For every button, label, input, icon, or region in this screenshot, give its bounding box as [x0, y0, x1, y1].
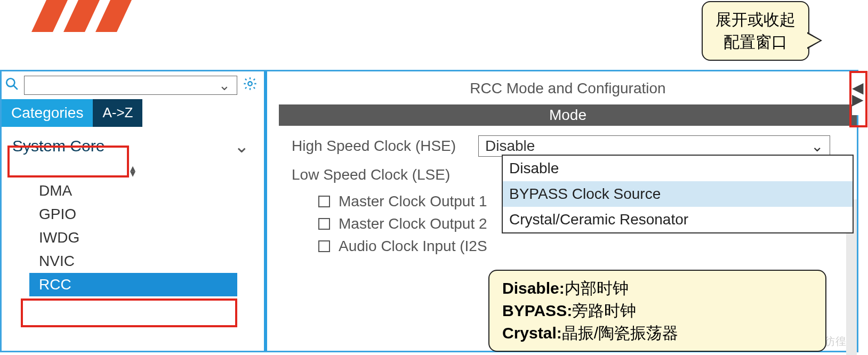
legend-key: Crystal: — [502, 324, 562, 342]
mode-section-header: Mode — [279, 104, 857, 126]
mco1-label: Master Clock Output 1 — [339, 193, 487, 210]
row-i2s[interactable]: Audio Clock Input (I2S — [318, 238, 851, 255]
header-decoration — [0, 0, 160, 27]
legend-val: 旁路时钟 — [572, 302, 636, 319]
checkbox-icon[interactable] — [318, 218, 330, 230]
category-name: System Core — [12, 137, 105, 155]
callout-line: 展开或收起 — [716, 9, 795, 31]
dropdown-option-bypass[interactable]: BYPASS Clock Source — [503, 181, 853, 207]
checkbox-icon[interactable] — [318, 240, 330, 252]
legend-row: Disable:内部时钟 — [502, 277, 813, 300]
sidebar-item-nvic[interactable]: NVIC — [39, 249, 264, 273]
tabs-row: Categories A->Z — [2, 99, 264, 127]
hse-dropdown-list: Disable BYPASS Clock Source Crystal/Cera… — [502, 155, 854, 233]
sort-down-icon: ▾ — [2, 171, 264, 176]
search-icon[interactable] — [5, 76, 19, 94]
svg-line-1 — [13, 85, 18, 90]
legend-val: 晶振/陶瓷振荡器 — [562, 324, 678, 342]
sidebar-item-rcc[interactable]: RCC — [29, 273, 237, 296]
dropdown-option-disable[interactable]: Disable — [503, 156, 853, 181]
callout-line: 配置窗口 — [716, 31, 795, 53]
collapse-handle[interactable]: ◀ ▶ — [852, 72, 865, 115]
gear-icon[interactable] — [243, 76, 258, 95]
legend-row: Crystal:晶振/陶瓷振荡器 — [502, 322, 813, 344]
dropdown-option-crystal[interactable]: Crystal/Ceramic Resonator — [503, 207, 853, 232]
hse-value: Disable — [485, 138, 535, 155]
sidebar-item-dma[interactable]: DMA — [39, 179, 264, 203]
svg-point-2 — [248, 82, 252, 85]
row-hse: High Speed Clock (HSE) Disable ⌄ — [292, 135, 851, 157]
sort-indicator[interactable]: ▴ ▾ — [2, 165, 264, 176]
form-area: High Speed Clock (HSE) Disable ⌄ Low Spe… — [279, 126, 857, 260]
lse-label: Low Speed Clock (LSE) — [292, 166, 473, 183]
search-row: ⌄ — [2, 71, 264, 99]
callout-expand-collapse: 展开或收起 配置窗口 — [702, 1, 809, 61]
i2s-label: Audio Clock Input (I2S — [339, 238, 487, 255]
search-select[interactable]: ⌄ — [24, 76, 237, 95]
legend-key: Disable: — [502, 279, 565, 297]
category-list: DMA GPIO IWDG NVIC RCC — [2, 179, 264, 296]
tab-categories[interactable]: Categories — [2, 99, 93, 127]
hse-select[interactable]: Disable ⌄ — [478, 135, 830, 157]
hse-label: High Speed Clock (HSE) — [292, 138, 473, 155]
legend-val: 内部时钟 — [565, 279, 629, 297]
callout-legend: Disable:内部时钟 BYPASS:旁路时钟 Crystal:晶振/陶瓷振荡… — [488, 270, 826, 352]
tab-az[interactable]: A->Z — [93, 99, 142, 127]
chevron-right-icon: ▶ — [852, 94, 865, 106]
svg-point-0 — [6, 78, 14, 86]
legend-row: BYPASS:旁路时钟 — [502, 300, 813, 322]
checkbox-icon[interactable] — [318, 196, 330, 207]
sidebar-item-iwdg[interactable]: IWDG — [39, 226, 264, 249]
sidebar-item-gpio[interactable]: GPIO — [39, 203, 264, 226]
chevron-down-icon: ⌄ — [234, 135, 249, 157]
mco2-label: Master Clock Output 2 — [339, 215, 487, 232]
page-title: RCC Mode and Configuration — [279, 71, 857, 104]
legend-key: BYPASS: — [502, 302, 572, 319]
left-panel: ⌄ Categories A->Z System Core ⌄ ▴ ▾ DMA … — [2, 71, 267, 351]
category-header[interactable]: System Core ⌄ — [2, 127, 264, 162]
chevron-down-icon: ⌄ — [219, 77, 230, 94]
chevron-down-icon: ⌄ — [811, 138, 823, 155]
